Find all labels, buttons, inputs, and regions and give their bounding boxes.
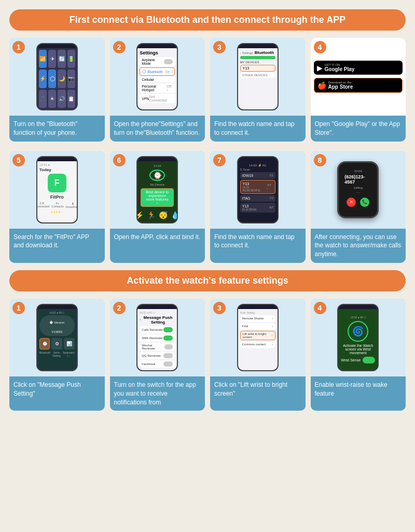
bottom-step-2-phone: 18:22 ● 50 ⬡ ‹ Message Push Setting Call…	[136, 304, 178, 371]
step-3-badge: 3	[213, 41, 226, 53]
wifi2-icon: ⚡	[39, 69, 47, 88]
section2-banner: Activate the watch's feature settings	[9, 270, 406, 291]
download-on-label: Download on the	[328, 81, 353, 84]
app-store-label: App Store	[328, 84, 353, 90]
battery-icon: 🔋	[67, 50, 75, 68]
bottom-step-4-desc: Enable wrist-raise to wake feature	[311, 376, 406, 411]
answer-button: 📞	[360, 198, 369, 207]
step-5-image: 5 13:51 ● Today F FitPro 2.8Connected 4+…	[9, 151, 105, 229]
moon-icon: 🌙	[58, 69, 65, 88]
bottom-step-2-badge: 2	[113, 302, 126, 314]
bottom-step-1-phone: 18:22 ● 99 ⬡ ⌚ Version V13683 ⌚ ⚙ 📊 Blue…	[36, 304, 78, 371]
bottom-step-3-desc: Click on "Lift wrist to bright screen"	[210, 376, 306, 411]
step-card-1: 1 📶 ✈ 🔄 🔋 ⚡ ⬡ 🌙 📷 🎵 ☀	[9, 38, 105, 142]
bottom-step-1-desc: Click on "Message Push Setting"	[9, 376, 105, 411]
bottom-step-card-3: 3 Push Setting Remote Shutter› Find› Lif…	[210, 299, 306, 411]
volume-icon: 🔊	[58, 90, 65, 108]
step-1-image: 1 📶 ✈ 🔄 🔋 ⚡ ⬡ 🌙 📷 🎵 ☀	[9, 38, 105, 116]
google-play-icon: ▶	[317, 64, 323, 72]
fitpro-name: FitPro	[39, 194, 75, 200]
step-3-phone: ‹ Settings Bluetooth MY DEVICES Y13 OTHE…	[237, 43, 279, 110]
bottom-step-1-image: 1 18:22 ● 99 ⬡ ⌚ Version V13683 ⌚ ⚙ 📊	[9, 299, 105, 376]
step-8-desc: After connecting, you can use the watch …	[311, 229, 406, 263]
step-6-desc: Open the APP, click and bind it.	[110, 229, 205, 263]
step-7-badge: 7	[213, 154, 226, 166]
bottom-step-3-badge: 3	[213, 302, 226, 314]
wrist-sense-icon: 🌀	[348, 321, 368, 342]
step-2-desc: Open the phone"Settings" and turn on the…	[110, 116, 205, 142]
step-card-8: 8 10:09 (626)123-4567 calling ····· ✕ 📞	[311, 151, 406, 263]
step-8-image: 8 10:09 (626)123-4567 calling ····· ✕ 📞	[311, 151, 406, 229]
bluetooth-active-icon: ⬡	[48, 69, 56, 88]
step-6-phone: 14:44 ⌚ No Device Bind device to experie…	[136, 156, 178, 223]
music-icon: 🎵	[39, 90, 47, 108]
bottom-step-2-desc: Turn on the switch for the app you want …	[110, 376, 205, 411]
step-4-desc: Open "Google Play" or the App Store".	[311, 116, 406, 142]
watch-mockup: 10:09 (626)123-4567 calling ····· ✕ 📞	[337, 161, 379, 218]
bottom-step-3-phone: Push Setting Remote Shutter› Find› Lift …	[237, 304, 279, 371]
step-1-badge: 1	[12, 41, 25, 53]
bottom-step-card-2: 2 18:22 ● 50 ⬡ ‹ Message Push Setting Ca…	[110, 299, 205, 411]
wrist-sense-toggle	[363, 357, 375, 363]
section1-banner: First connect via Bluetooth and then con…	[9, 9, 406, 31]
watch-icon: ⌚	[149, 170, 165, 181]
google-play-button: ▶ GET IT ON Google Play	[314, 61, 403, 75]
step-8-badge: 8	[314, 154, 326, 166]
step-6-badge: 6	[113, 154, 126, 166]
wifi-icon: 📶	[39, 50, 47, 68]
step-4-image: 4 ▶ GET IT ON Google Play 🍎 Download on …	[311, 38, 406, 116]
wrist-label: Activate the Watch screen via Wrist move…	[340, 344, 376, 355]
rotation-icon: 🔄	[58, 50, 65, 68]
camera-icon: 📷	[67, 69, 75, 88]
step-card-6: 6 14:44 ⌚ No Device Bind device to exper…	[110, 151, 205, 263]
step-7-desc: Find the watch name and tap to connect i…	[210, 229, 306, 263]
step-card-7: 7 14:63 ⚡ 4G S Scan IDW16 -21 Y13	[210, 151, 306, 263]
watch-display: 10:09 (626)123-4567 calling ····· ✕ 📞	[341, 166, 375, 213]
app-store-button: 🍎 Download on the App Store	[314, 78, 403, 93]
step-card-2: 2 Settings Airplane Mode ⬡ Bluetooth On …	[110, 38, 205, 142]
step-5-phone: 13:51 ● Today F FitPro 2.8Connected 4+Co…	[36, 156, 78, 223]
step-1-phone: 📶 ✈ 🔄 🔋 ⚡ ⬡ 🌙 📷 🎵 ☀ 🔊 📋	[36, 43, 78, 110]
step-card-4: 4 ▶ GET IT ON Google Play 🍎 Download on …	[311, 38, 406, 142]
step-2-phone: Settings Airplane Mode ⬡ Bluetooth On › …	[136, 43, 178, 110]
call-buttons: ✕ 📞	[347, 198, 369, 207]
step-card-3: 3 ‹ Settings Bluetooth MY DEVICES Y13 OT…	[210, 38, 306, 142]
bottom-step-card-4: 4 18:33 ● 99 ⬡ 🌀 Activate the Watch scre…	[311, 299, 406, 411]
bottom-step-4-phone: 18:33 ● 99 ⬡ 🌀 Activate the Watch screen…	[337, 304, 379, 371]
wrist-sense-label: Wrist Sense	[341, 358, 361, 362]
brightness-icon: ☀	[48, 90, 56, 108]
google-play-label: Google Play	[325, 66, 355, 72]
apple-icon: 🍎	[317, 81, 326, 90]
step-1-desc: Turn on the "Bluetooth" function of your…	[9, 116, 105, 142]
get-it-on-label: GET IT ON	[325, 63, 355, 66]
step-3-desc: Find the watch name and tap to connect i…	[210, 116, 306, 142]
fitpro-icon: F	[48, 174, 66, 192]
step-5-desc: Search for the "FitPro" APP and download…	[9, 229, 105, 263]
bottom-step-4-badge: 4	[314, 302, 326, 314]
steps-row-1: 1 📶 ✈ 🔄 🔋 ⚡ ⬡ 🌙 📷 🎵 ☀	[9, 38, 406, 142]
bind-device-btn: Bind device to experience more features …	[141, 188, 174, 207]
steps-row-bottom: 1 18:22 ● 99 ⬡ ⌚ Version V13683 ⌚ ⚙ 📊	[9, 299, 406, 411]
fitpro-stats: 2.8Connected 4+Contacts ⬇Download	[39, 202, 75, 208]
copy-icon: 📋	[67, 90, 75, 108]
decline-button: ✕	[347, 198, 356, 207]
bottom-step-card-1: 1 18:22 ● 99 ⬡ ⌚ Version V13683 ⌚ ⚙ 📊	[9, 299, 105, 411]
bottom-step-2-image: 2 18:22 ● 50 ⬡ ‹ Message Push Setting Ca…	[110, 299, 205, 376]
step-card-5: 5 13:51 ● Today F FitPro 2.8Connected 4+…	[9, 151, 105, 263]
bottom-step-4-image: 4 18:33 ● 99 ⬡ 🌀 Activate the Watch scre…	[311, 299, 406, 376]
airplane-icon: ✈	[48, 50, 56, 68]
step-4-badge: 4	[314, 41, 326, 53]
step-7-image: 7 14:63 ⚡ 4G S Scan IDW16 -21 Y13	[210, 151, 306, 229]
step-5-badge: 5	[12, 154, 25, 166]
bottom-step-1-badge: 1	[12, 302, 25, 314]
steps-row-2: 5 13:51 ● Today F FitPro 2.8Connected 4+…	[9, 151, 406, 263]
step-6-image: 6 14:44 ⌚ No Device Bind device to exper…	[110, 151, 205, 229]
bottom-step-3-image: 3 Push Setting Remote Shutter› Find› Lif…	[210, 299, 306, 376]
step-2-badge: 2	[113, 41, 126, 53]
step-7-phone: 14:63 ⚡ 4G S Scan IDW16 -21 Y13 21:22 B1…	[237, 156, 279, 223]
step-2-image: 2 Settings Airplane Mode ⬡ Bluetooth On …	[110, 38, 205, 116]
step-3-image: 3 ‹ Settings Bluetooth MY DEVICES Y13 OT…	[210, 38, 306, 116]
